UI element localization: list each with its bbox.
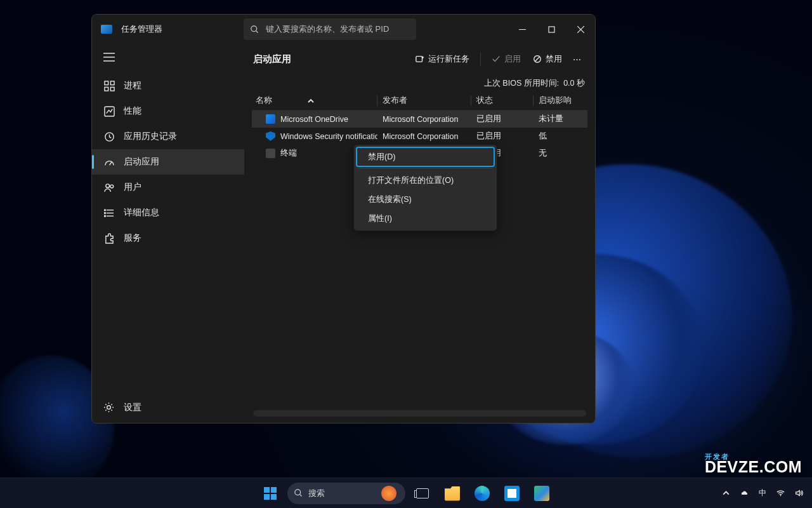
- app-icon: [101, 25, 112, 34]
- sidebar-item-processes[interactable]: 进程: [92, 73, 244, 98]
- sidebar-item-label: 性能: [124, 105, 141, 117]
- edge-button[interactable]: [469, 481, 495, 506]
- search-icon: [250, 25, 259, 34]
- check-icon: [492, 55, 501, 64]
- enable-button[interactable]: 启用: [487, 50, 526, 69]
- chart-icon: [103, 105, 115, 117]
- photos-button[interactable]: [529, 481, 554, 506]
- disable-button[interactable]: 禁用: [528, 50, 567, 69]
- table-row[interactable]: Microsoft OneDrive Microsoft Corporation…: [252, 110, 587, 128]
- folder-icon: [445, 486, 460, 501]
- svg-rect-12: [110, 87, 114, 91]
- toolbar-divider: [480, 52, 481, 66]
- svg-point-16: [105, 184, 109, 187]
- col-impact[interactable]: 启动影响: [534, 95, 587, 106]
- task-manager-window: 任务管理器 键入要搜索的名称、发布者或 PID 进程 性能: [91, 14, 596, 424]
- svg-rect-10: [110, 81, 114, 84]
- col-name[interactable]: 名称: [252, 95, 377, 106]
- sort-up-icon: [308, 98, 314, 104]
- col-status[interactable]: 状态: [471, 95, 533, 106]
- svg-point-34: [295, 490, 301, 495]
- search-icon: [294, 488, 303, 498]
- ctx-open-location[interactable]: 打开文件所在的位置(O): [357, 171, 494, 190]
- svg-rect-32: [264, 494, 270, 500]
- search-box[interactable]: 键入要搜索的名称、发布者或 PID: [244, 18, 416, 40]
- svg-rect-33: [271, 494, 277, 500]
- horizontal-scrollbar[interactable]: [253, 410, 586, 417]
- col-publisher[interactable]: 发布者: [377, 95, 471, 106]
- windows-icon: [263, 486, 277, 500]
- watermark: 开发者 DEVZE.COM: [705, 453, 802, 476]
- toolbar: 启动应用 运行新任务 启用 禁用 ⋯: [244, 44, 595, 74]
- sidebar-item-startup-apps[interactable]: 启动应用: [92, 149, 244, 175]
- svg-point-24: [107, 406, 111, 410]
- terminal-icon: [266, 149, 275, 158]
- more-button[interactable]: ⋯: [569, 52, 586, 67]
- gear-icon: [103, 402, 115, 413]
- wifi-icon[interactable]: [776, 489, 785, 497]
- shield-icon: [266, 131, 275, 141]
- svg-point-36: [780, 495, 782, 497]
- edge-icon: [475, 486, 490, 501]
- close-button[interactable]: [566, 15, 595, 44]
- file-explorer-button[interactable]: [440, 481, 465, 506]
- settings-label: 设置: [124, 402, 141, 413]
- svg-point-0: [251, 25, 257, 31]
- start-button[interactable]: [258, 481, 283, 506]
- svg-rect-3: [549, 27, 554, 32]
- photos-icon: [534, 486, 549, 501]
- ctx-disable[interactable]: 禁用(D): [357, 147, 494, 166]
- svg-point-23: [104, 215, 105, 217]
- maximize-button[interactable]: [537, 15, 566, 44]
- svg-rect-9: [104, 81, 108, 84]
- bios-time: 上次 BIOS 所用时间: 0.0 秒: [244, 74, 595, 95]
- titlebar[interactable]: 任务管理器 键入要搜索的名称、发布者或 PID: [92, 15, 595, 44]
- svg-rect-31: [271, 487, 277, 493]
- page-title: 启动应用: [253, 53, 291, 65]
- window-title: 任务管理器: [121, 23, 162, 35]
- task-view-button[interactable]: [410, 481, 435, 506]
- run-new-task-button[interactable]: 运行新任务: [410, 50, 475, 69]
- sidebar-item-app-history[interactable]: 应用历史记录: [92, 124, 244, 149]
- ctx-separator: [358, 168, 493, 169]
- grid-icon: [103, 80, 115, 91]
- gauge-icon: [103, 156, 115, 168]
- sidebar-item-label: 进程: [124, 80, 141, 91]
- svg-line-35: [299, 494, 301, 496]
- volume-icon[interactable]: [795, 489, 803, 497]
- svg-rect-11: [104, 87, 108, 91]
- sidebar-item-label: 服务: [124, 232, 141, 244]
- sidebar-item-users[interactable]: 用户: [92, 175, 244, 200]
- taskbar: 搜索 中: [0, 478, 812, 508]
- onedrive-tray-icon[interactable]: [740, 489, 749, 497]
- sidebar-item-performance[interactable]: 性能: [92, 98, 244, 124]
- sidebar-item-label: 用户: [124, 182, 141, 193]
- minimize-button[interactable]: [508, 15, 537, 44]
- sidebar-settings[interactable]: 设置: [92, 392, 244, 423]
- taskbar-search[interactable]: 搜索: [287, 483, 405, 504]
- table-header: 名称 发布者 状态 启动影响: [252, 95, 587, 110]
- svg-line-1: [256, 30, 258, 32]
- puzzle-icon: [103, 232, 115, 244]
- system-tray[interactable]: 中: [722, 488, 803, 498]
- users-icon: [103, 182, 115, 193]
- chevron-up-icon[interactable]: [722, 489, 730, 497]
- ctx-properties[interactable]: 属性(I): [357, 209, 494, 228]
- ctx-online-search[interactable]: 在线搜索(S): [357, 190, 494, 209]
- store-icon: [504, 486, 520, 501]
- table-row[interactable]: Windows Security notification icon Micro…: [252, 128, 587, 145]
- svg-rect-30: [264, 487, 270, 493]
- svg-point-21: [104, 209, 105, 210]
- svg-point-17: [110, 185, 113, 188]
- hamburger-button[interactable]: [92, 46, 244, 73]
- sidebar-item-services[interactable]: 服务: [92, 225, 244, 251]
- sidebar-item-label: 详细信息: [124, 207, 159, 218]
- store-button[interactable]: [499, 481, 525, 506]
- sidebar-item-details[interactable]: 详细信息: [92, 200, 244, 225]
- sidebar-item-label: 启动应用: [124, 156, 159, 168]
- svg-line-29: [535, 57, 540, 62]
- ime-indicator[interactable]: 中: [759, 488, 766, 498]
- prohibit-icon: [533, 55, 542, 64]
- sidebar-item-label: 应用历史记录: [124, 131, 177, 142]
- search-highlight-icon: [381, 486, 396, 501]
